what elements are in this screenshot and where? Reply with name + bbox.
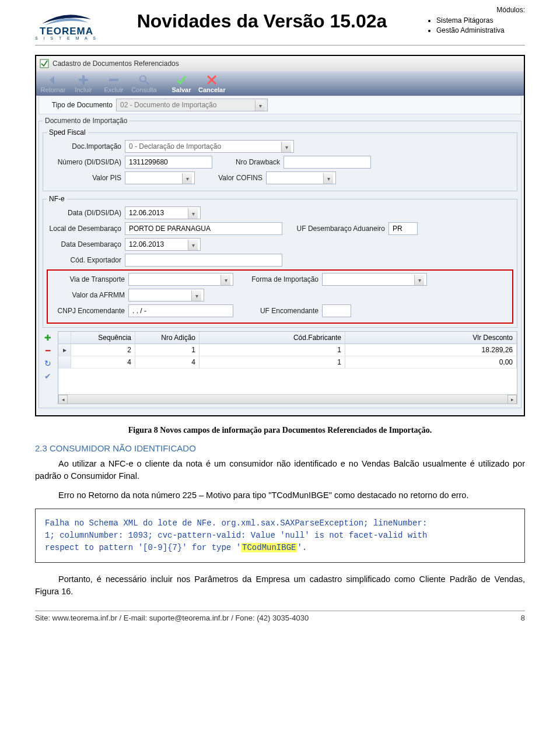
nro-drawback-input[interactable]: [284, 156, 371, 169]
col-vlr-desconto[interactable]: Vlr Desconto: [345, 332, 517, 344]
window-icon: [40, 59, 49, 68]
excluir-button[interactable]: Excluir: [100, 74, 127, 93]
x-icon: [206, 74, 218, 86]
svg-point-4: [140, 76, 146, 82]
module-item: Sistema Pitágoras: [436, 16, 525, 24]
local-desembaraco-input[interactable]: PORTO DE PARANAGUA: [125, 222, 282, 235]
modules-box: Módulos: Sistema Pitágoras Gestão Admini…: [426, 6, 525, 36]
uf-desembaraco-input[interactable]: PR: [388, 222, 418, 235]
group-legend: Sped Fiscal: [47, 128, 88, 136]
sped-fiscal-group: Sped Fiscal Doc.Importação 0 - Declaraçã…: [43, 128, 517, 191]
via-transporte-label: Via de Transporte: [50, 275, 125, 283]
valor-pis-label: Valor PIS: [47, 174, 121, 182]
check-icon: [176, 74, 187, 86]
footer-contact: Site: www.teorema.inf.br / E-mail: supor…: [35, 614, 309, 622]
modules-label: Módulos:: [426, 6, 525, 14]
col-cod-fabricante[interactable]: Cód.Fabricante: [200, 332, 345, 344]
forma-importacao-combo[interactable]: [322, 273, 427, 286]
cnpj-encomendante-input[interactable]: . . / -: [128, 304, 233, 317]
col-sequencia[interactable]: Sequência: [71, 332, 135, 344]
valor-afrmm-combo[interactable]: [128, 289, 204, 302]
tipo-documento-label: Tipo de Documento: [43, 101, 113, 109]
back-icon: [47, 74, 59, 86]
logo-text: TEOREMA: [40, 26, 93, 37]
valor-cofins-combo[interactable]: [266, 171, 336, 184]
local-desembaraco-label: Local de Desembaraço: [47, 225, 121, 233]
group-legend: Documento de Importação: [43, 117, 130, 125]
retornar-button[interactable]: Retornar: [40, 74, 66, 93]
uf-encomendante-label: UF Encomendante: [237, 307, 318, 315]
window-title-bar: Cadastro de Documentos Referenciados: [36, 56, 524, 71]
plus-icon: [78, 74, 89, 86]
grid-refresh-icon[interactable]: ↻: [43, 358, 53, 369]
data-desembaraco-label: Data Desembaraço: [47, 240, 121, 248]
numero-input[interactable]: 1311299680: [125, 156, 212, 169]
tipo-documento-row: Tipo de Documento 02 - Documento de Impo…: [38, 96, 522, 114]
nfe-group: NF-e Data (DI/DSI/DA) 12.06.2013 Local d…: [43, 195, 517, 328]
valor-pis-combo[interactable]: [125, 171, 195, 184]
uf-desembaraco-label: UF Desembaraço Aduaneiro: [286, 225, 385, 233]
highlighted-type: TCodMunIBGE: [241, 543, 297, 552]
search-icon: [138, 74, 150, 86]
cod-exportador-input[interactable]: [125, 254, 282, 267]
section-heading: 2.3 CONSUMIDOR NÃO IDENTIFICADO: [35, 443, 525, 453]
grid-add-icon[interactable]: ✚: [43, 332, 53, 343]
page-footer: Site: www.teorema.inf.br / E-mail: supor…: [35, 611, 525, 622]
minus-icon: [108, 74, 120, 86]
cancelar-button[interactable]: Cancelar: [198, 74, 225, 93]
valor-afrmm-label: Valor da AFRMM: [50, 291, 125, 299]
grid-toolbar: ✚ ━ ↻ ✔: [43, 331, 55, 404]
svg-rect-2: [79, 79, 88, 81]
divider: [35, 45, 525, 45]
svg-line-5: [145, 81, 149, 85]
incluir-button[interactable]: Incluir: [70, 74, 97, 93]
nro-drawback-label: Nro Drawback: [216, 158, 280, 166]
figure-caption: Figura 8 Novos campos de informação para…: [35, 426, 525, 435]
grid: Sequência Nro Adição Cód.Fabricante Vlr …: [58, 331, 517, 404]
module-item: Gestão Administrativa: [436, 26, 525, 34]
page-number: 8: [521, 614, 525, 622]
paragraph: Ao utilizar a NFC-e o cliente da nota é …: [35, 458, 525, 482]
data-desembaraco-input[interactable]: 12.06.2013: [125, 238, 201, 251]
data-didsi-label: Data (DI/DSI/DA): [47, 209, 121, 217]
grid-row[interactable]: ▸ 2 1 1 18.289,26: [58, 344, 517, 356]
doc-importacao-combo[interactable]: 0 - Declaração de Importação: [125, 140, 294, 153]
logo-subtext: S I S T E M A S: [35, 36, 98, 40]
page-title: Novidades da Versão 15.02a: [98, 6, 426, 32]
doc-importacao-label: Doc.Importação: [47, 142, 121, 150]
grid-header: Sequência Nro Adição Cód.Fabricante Vlr …: [58, 332, 517, 344]
group-legend: NF-e: [47, 195, 67, 203]
scroll-right-icon[interactable]: ▸: [508, 395, 517, 404]
valor-cofins-label: Valor COFINS: [198, 174, 262, 182]
grid-row[interactable]: 4 4 1 0,00: [58, 356, 517, 369]
cnpj-encomendante-label: CNPJ Encomendante: [50, 307, 125, 315]
highlighted-new-fields: Via de Transporte Forma de Importação Va…: [47, 269, 513, 324]
paragraph: Erro no Retorno da nota número 225 – Mot…: [35, 489, 525, 502]
via-transporte-combo[interactable]: [128, 273, 233, 286]
svg-rect-3: [109, 79, 118, 81]
tipo-documento-combo[interactable]: 02 - Documento de Importação: [116, 99, 268, 111]
scroll-left-icon[interactable]: ◂: [58, 395, 68, 404]
paragraph: Portanto, é necessário incluir nos Parâm…: [35, 573, 525, 598]
forma-importacao-label: Forma de Importação: [237, 275, 318, 283]
consulta-button[interactable]: Consulta: [131, 74, 158, 93]
app-window: Cadastro de Documentos Referenciados Ret…: [35, 55, 525, 416]
documento-importacao-group: Documento de Importação Sped Fiscal Doc.…: [38, 117, 522, 408]
toolbar: Retornar Incluir Excluir Consulta Salvar: [36, 71, 524, 96]
grid-confirm-icon[interactable]: ✔: [43, 371, 53, 381]
data-didsi-input[interactable]: 12.06.2013: [125, 206, 201, 219]
company-logo: TEOREMA S I S T E M A S: [35, 6, 98, 40]
col-nro-adicao[interactable]: Nro Adição: [135, 332, 200, 344]
window-title: Cadastro de Documentos Referenciados: [52, 59, 179, 68]
uf-encomendante-input[interactable]: [322, 304, 351, 317]
numero-label: Número (DI/DSI/DA): [47, 158, 121, 166]
error-box: Falha no Schema XML do lote de NFe. org.…: [35, 509, 525, 563]
grid-remove-icon[interactable]: ━: [43, 345, 53, 356]
grid-scrollbar[interactable]: ◂ ▸: [58, 394, 517, 404]
cod-exportador-label: Cód. Exportador: [47, 256, 121, 264]
salvar-button[interactable]: Salvar: [168, 74, 195, 93]
page-header: TEOREMA S I S T E M A S Novidades da Ver…: [35, 6, 525, 40]
